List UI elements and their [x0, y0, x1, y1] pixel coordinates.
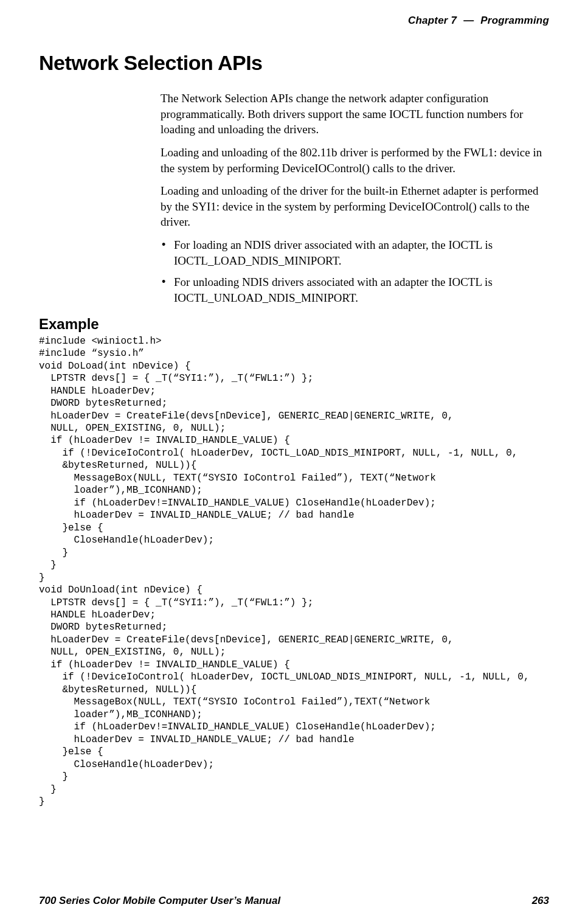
header-separator: —	[460, 15, 477, 26]
chapter-title: Programming	[480, 15, 549, 26]
section-title: Network Selection APIs	[39, 51, 549, 75]
paragraph-3: Loading and unloading of the driver for …	[161, 183, 549, 230]
chapter-word: Chapter	[408, 15, 448, 26]
body-column: The Network Selection APIs change the ne…	[161, 91, 549, 306]
bullet-item-1: For loading an NDIS driver associated wi…	[161, 237, 549, 268]
page-number: 263	[532, 895, 549, 907]
page-footer: 700 Series Color Mobile Computer User’s …	[39, 895, 549, 907]
bullet-item-2: For unloading NDIS drivers associated wi…	[161, 274, 549, 305]
example-heading: Example	[39, 316, 549, 333]
chapter-number: 7	[451, 15, 457, 26]
running-header: Chapter 7 — Programming	[39, 15, 549, 27]
paragraph-2: Loading and unloading of the 802.11b dri…	[161, 145, 549, 176]
code-block: #include <winioctl.h> #include “sysio.h”…	[39, 335, 549, 808]
page: Chapter 7 — Programming Network Selectio…	[0, 0, 588, 924]
paragraph-1: The Network Selection APIs change the ne…	[161, 91, 549, 137]
bullet-list: For loading an NDIS driver associated wi…	[161, 237, 549, 306]
manual-title: 700 Series Color Mobile Computer User’s …	[39, 895, 280, 907]
